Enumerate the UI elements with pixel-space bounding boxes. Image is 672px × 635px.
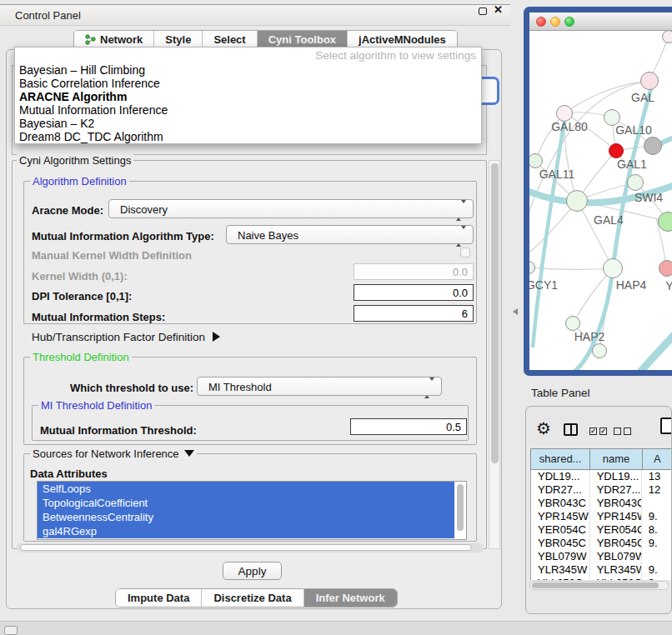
network-node-hap2[interactable] (565, 316, 580, 331)
cell-shared-name[interactable]: YDL19... (531, 470, 590, 483)
minimize-traffic-light-icon[interactable] (550, 17, 560, 27)
cell-value[interactable]: 12 (642, 483, 672, 497)
settings-scrollbar[interactable] (489, 160, 500, 549)
tab-jactivemnodules-label: jActiveMNodules (359, 33, 446, 46)
attribute-item-selected[interactable]: BetweennessCentrality (38, 510, 454, 524)
cell-value[interactable]: 9. (642, 510, 672, 523)
table-row[interactable]: YDL19... YDL19... 13 (531, 470, 672, 483)
close-traffic-light-icon[interactable] (536, 17, 546, 27)
table-row[interactable]: YDR27... YDR27... 12 (531, 483, 672, 497)
network-window-titlebar[interactable] (529, 12, 672, 31)
table-row[interactable]: YBR045C YBR045C 9. (531, 537, 672, 550)
network-node-hap4[interactable] (603, 258, 623, 278)
cell-name[interactable]: YLL052C (590, 577, 642, 580)
network-node-green[interactable] (658, 212, 672, 232)
deselect-all-icon[interactable] (614, 428, 631, 435)
cell-shared-name[interactable]: YLR345W (531, 563, 590, 577)
splitter-collapse-icon[interactable] (513, 308, 518, 315)
select-all-icon[interactable]: ✓✓ (589, 428, 607, 435)
cell-value[interactable]: 9 (642, 577, 672, 580)
table-row[interactable]: YER054C YER054C 8. (531, 523, 672, 537)
cell-shared-name[interactable]: YER054C (531, 523, 590, 537)
network-node-pink[interactable] (659, 260, 672, 277)
attribute-list-scrollbar[interactable] (455, 482, 465, 538)
minimized-panel-icon[interactable] (4, 626, 18, 635)
tab-style[interactable]: Style (154, 31, 203, 48)
kernel-width-field[interactable]: 0.0 (354, 263, 474, 280)
cell-value[interactable]: 13 (642, 470, 672, 483)
network-node-gal80[interactable] (556, 105, 573, 122)
close-icon[interactable]: ✕ (494, 3, 503, 16)
network-node-swi4[interactable] (627, 174, 644, 191)
algorithm-option[interactable]: Bayesian – Hill Climbing (19, 63, 168, 77)
network-node-gal4[interactable] (566, 190, 588, 212)
data-attributes-list[interactable]: SelfLoops TopologicalCoefficient Between… (37, 481, 467, 540)
cell-name[interactable]: YDR27... (590, 483, 642, 497)
manual-kernel-checkbox[interactable] (460, 248, 470, 258)
column-header-shared-name[interactable]: shared... (530, 448, 589, 470)
cell-name[interactable]: YLR345W (590, 563, 642, 577)
split-panel-icon[interactable] (564, 423, 578, 436)
network-node[interactable] (662, 31, 672, 43)
cell-value[interactable]: 9. (642, 537, 672, 550)
tab-infer-network[interactable]: Infer Network (304, 589, 397, 607)
cell-value[interactable]: 8. (642, 523, 672, 537)
tab-cyni-toolbox[interactable]: Cyni Toolbox (258, 31, 348, 48)
cell-name[interactable]: YBR043C (590, 497, 642, 510)
table-row[interactable]: YBR043C YBR043C (531, 497, 672, 510)
float-window-icon[interactable] (479, 8, 487, 15)
tab-discretize-data[interactable]: Discretize Data (202, 589, 303, 607)
column-header-partial[interactable]: A (642, 448, 672, 470)
network-node[interactable] (592, 343, 607, 358)
table-horizontal-scrollbar[interactable] (529, 581, 669, 590)
cell-shared-name[interactable]: YPR145W (531, 510, 590, 523)
cell-name[interactable]: YPR145W (590, 510, 642, 523)
algorithm-option-aracne[interactable]: ARACNE Algorithm (19, 90, 168, 103)
cell-name[interactable]: YBL079W (590, 550, 642, 563)
tab-jactivemnodules[interactable]: jActiveMNodules (348, 31, 457, 48)
algorithm-option[interactable]: Dream8 DC_TDC Algorithm (19, 130, 168, 143)
attribute-item-selected[interactable]: gal4RGexp (38, 524, 454, 538)
cell-shared-name[interactable]: YBR045C (531, 537, 590, 550)
gear-icon[interactable]: ⚙ (536, 418, 551, 438)
function-builder-icon[interactable] (660, 418, 672, 434)
cell-value[interactable]: 9. (642, 563, 672, 577)
cell-shared-name[interactable]: YBL079W (531, 550, 590, 563)
cell-value[interactable] (642, 550, 672, 563)
network-canvas[interactable]: GAL GAL80 GAL10 GAL1 GAL11 SWI4 GAL4 GCY… (529, 31, 672, 370)
cell-value[interactable] (642, 497, 672, 510)
which-threshold-select[interactable]: MI Threshold (197, 377, 442, 396)
attribute-item-selected[interactable]: SelfLoops (38, 482, 454, 496)
tab-impute-data[interactable]: Impute Data (116, 589, 202, 607)
network-node-gal1-selected[interactable] (609, 143, 624, 158)
tab-select[interactable]: Select (203, 31, 257, 48)
aracne-mode-select[interactable]: Discovery (108, 199, 474, 218)
algorithm-option[interactable]: Bayesian – K2 (19, 117, 168, 130)
apply-button[interactable]: Apply (223, 562, 282, 580)
cell-name[interactable]: YBR045C (590, 537, 642, 550)
table-row[interactable]: YLR345W YLR345W 9. (531, 563, 672, 577)
table-row[interactable]: YBL079W YBL079W (531, 550, 672, 563)
hub-factor-expander[interactable]: Hub/Transcription Factor Definition (32, 331, 220, 343)
column-header-name[interactable]: name (589, 448, 642, 470)
network-node-gal[interactable] (640, 72, 659, 90)
mi-steps-field[interactable]: 6 (354, 305, 474, 322)
table-row[interactable]: YLL052C YLL052C 9 (531, 577, 672, 580)
mi-type-select[interactable]: Naive Bayes (226, 225, 474, 244)
cell-shared-name[interactable]: YDR27... (531, 483, 590, 497)
cell-name[interactable]: YER054C (590, 523, 642, 537)
settings-horizontal-scrollbar[interactable] (17, 543, 484, 552)
mi-threshold-field[interactable]: 0.5 (350, 418, 467, 435)
zoom-traffic-light-icon[interactable] (564, 17, 574, 27)
cell-shared-name[interactable]: YBR043C (531, 497, 590, 510)
algorithm-option[interactable]: Basic Correlation Inference (19, 77, 168, 90)
settings-scrollbar-thumb[interactable] (491, 163, 499, 463)
attribute-item-selected[interactable]: TopologicalCoefficient (38, 496, 454, 510)
cell-name[interactable]: YDL19... (590, 470, 642, 483)
tab-network[interactable]: Network (74, 31, 154, 48)
dpi-tolerance-field[interactable]: 0.0 (354, 284, 474, 301)
network-node-gray[interactable] (644, 137, 662, 155)
table-row[interactable]: YPR145W YPR145W 9. (531, 510, 672, 523)
cell-shared-name[interactable]: YLL052C (531, 577, 590, 580)
algorithm-option[interactable]: Mutual Information Inference (19, 103, 168, 117)
